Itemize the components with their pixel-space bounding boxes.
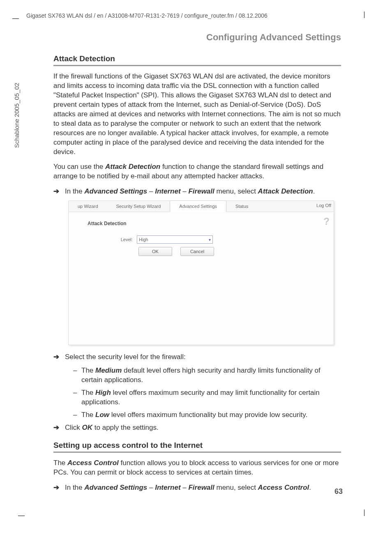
help-icon[interactable]: ? [323, 216, 330, 227]
text: The [81, 411, 95, 419]
crop-mark [364, 12, 364, 18]
level-options-list: – The Medium default level offers high s… [73, 366, 341, 420]
text: . [313, 187, 315, 195]
panel-title: Attack Detection [88, 221, 127, 226]
instruction-text: Click OK to apply the settings. [65, 423, 159, 433]
instruction-text: Select the security level for the firewa… [65, 353, 186, 362]
page-content: Configuring Advanced Settings Attack Det… [53, 32, 341, 497]
list-item: – The Medium default level offers high s… [73, 366, 341, 385]
level-name: High [95, 389, 111, 396]
list-item: – The High level offers maximum security… [73, 388, 341, 407]
section-rule [53, 452, 341, 453]
instruction-step: ➔ Select the security level for the fire… [53, 353, 341, 362]
text: The [53, 459, 67, 467]
text: In the [65, 187, 84, 195]
arrow-icon: ➔ [53, 423, 65, 433]
menu-name: Access Control [258, 484, 309, 491]
menu-name: Advanced Settings [84, 484, 147, 491]
instruction-text: In the Advanced Settings – Internet – Fi… [65, 483, 311, 493]
ok-button[interactable]: OK [138, 247, 172, 256]
text: Click [65, 424, 82, 431]
paragraph: The Access Control function allows you t… [53, 459, 341, 477]
level-name: Low [95, 411, 109, 419]
text: level offers maximum security and may li… [81, 389, 320, 406]
menu-name: Firewall [188, 187, 214, 195]
menu-name: Internet [155, 484, 180, 491]
section-title-attack-detection: Attack Detection [53, 54, 341, 63]
list-item: – The Low level offers maximum functiona… [73, 410, 341, 420]
instruction-text: In the Advanced Settings – Internet – Fi… [65, 187, 315, 196]
tab-bar: up Wizard Security Setup Wizard Advanced… [69, 201, 334, 212]
text: The Low level offers maximum functionali… [81, 410, 307, 420]
text: – [147, 484, 155, 491]
dash-icon: – [73, 410, 81, 420]
menu-name: Internet [155, 187, 180, 195]
instruction-step: ➔ In the Advanced Settings – Internet – … [53, 187, 341, 196]
template-stamp: Schablone 2005_05_02 [13, 83, 20, 148]
text: menu, select [214, 187, 258, 195]
tab-advanced-settings[interactable]: Advanced Settings [170, 201, 226, 212]
text: menu, select [214, 484, 258, 491]
crop-mark [18, 516, 25, 516]
text: – [147, 187, 155, 195]
text: The Medium default level offers high sec… [81, 366, 341, 385]
crop-mark [12, 18, 19, 19]
text: The [81, 389, 95, 396]
paragraph: You can use the Attack Detection functio… [53, 162, 341, 181]
menu-name: Firewall [188, 484, 214, 491]
text: In the [65, 484, 84, 491]
text: – [181, 187, 189, 195]
text: The High level offers maximum security a… [81, 388, 341, 407]
cancel-button[interactable]: Cancel [180, 247, 214, 256]
paragraph: If the firewall functions of the Gigaset… [53, 72, 341, 157]
tab-setup-wizard[interactable]: up Wizard [69, 201, 107, 212]
tab-security-setup-wizard[interactable]: Security Setup Wizard [107, 201, 170, 212]
menu-name: Advanced Settings [84, 187, 147, 195]
text: level offers maximum functionality but m… [109, 411, 307, 419]
term-access-control: Access Control [67, 459, 119, 467]
section-rule [53, 65, 341, 66]
term-attack-detection: Attack Detection [105, 163, 160, 171]
menu-name: Attack Detection [258, 187, 313, 195]
instruction-step: ➔ In the Advanced Settings – Internet – … [53, 483, 341, 493]
instruction-step: ➔ Click OK to apply the settings. [53, 423, 341, 433]
dash-icon: – [73, 366, 81, 385]
dash-icon: – [73, 388, 81, 407]
button-row: OK Cancel [138, 247, 214, 256]
chevron-down-icon: ▾ [209, 237, 211, 242]
text: . [309, 484, 311, 491]
text: to apply the settings. [92, 424, 159, 431]
text: The [81, 366, 95, 374]
level-select-value: High [139, 237, 148, 242]
level-name: Medium [95, 366, 122, 374]
arrow-icon: ➔ [53, 187, 65, 196]
level-row: Level: High ▾ [88, 235, 213, 244]
text: – [181, 484, 189, 491]
crop-mark [364, 509, 364, 516]
section-title-access-control: Setting up access control to the Interne… [53, 441, 341, 450]
router-ui-screenshot: up Wizard Security Setup Wizard Advanced… [68, 201, 334, 345]
level-select[interactable]: High ▾ [137, 235, 213, 244]
logoff-link[interactable]: Log Off [316, 203, 331, 208]
breadcrumb: Configuring Advanced Settings [53, 32, 341, 43]
arrow-icon: ➔ [53, 353, 65, 362]
header-path: Gigaset SX763 WLAN dsl / en / A31008-M70… [26, 12, 267, 19]
page-number: 63 [334, 487, 343, 496]
tab-status[interactable]: Status [226, 201, 257, 212]
text: You can use the [53, 163, 105, 171]
arrow-icon: ➔ [53, 483, 65, 493]
button-name: OK [82, 424, 93, 431]
level-label: Level: [88, 237, 137, 242]
